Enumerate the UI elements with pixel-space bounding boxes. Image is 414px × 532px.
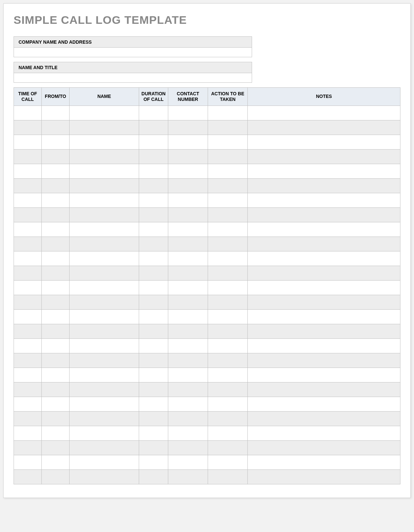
table-cell[interactable] bbox=[208, 382, 248, 397]
table-cell[interactable] bbox=[70, 178, 139, 193]
table-cell[interactable] bbox=[70, 338, 139, 353]
table-cell[interactable] bbox=[139, 207, 168, 222]
table-cell[interactable] bbox=[14, 164, 42, 178]
table-cell[interactable] bbox=[208, 135, 248, 149]
table-cell[interactable] bbox=[208, 237, 248, 251]
table-cell[interactable] bbox=[168, 207, 208, 222]
name-value[interactable] bbox=[14, 73, 252, 82]
table-cell[interactable] bbox=[139, 440, 168, 455]
table-cell[interactable] bbox=[139, 455, 168, 469]
table-cell[interactable] bbox=[42, 178, 70, 193]
table-cell[interactable] bbox=[168, 237, 208, 251]
table-cell[interactable] bbox=[208, 440, 248, 455]
table-cell[interactable] bbox=[70, 266, 139, 280]
table-cell[interactable] bbox=[42, 382, 70, 397]
table-cell[interactable] bbox=[168, 193, 208, 207]
table-cell[interactable] bbox=[168, 397, 208, 411]
table-cell[interactable] bbox=[14, 149, 42, 164]
table-cell[interactable] bbox=[70, 135, 139, 149]
table-cell[interactable] bbox=[14, 324, 42, 338]
table-cell[interactable] bbox=[42, 106, 70, 120]
table-cell[interactable] bbox=[70, 222, 139, 237]
table-cell[interactable] bbox=[70, 368, 139, 382]
table-cell[interactable] bbox=[208, 120, 248, 135]
table-cell[interactable] bbox=[14, 309, 42, 324]
table-cell[interactable] bbox=[168, 149, 208, 164]
table-cell[interactable] bbox=[168, 222, 208, 237]
table-cell[interactable] bbox=[42, 353, 70, 368]
table-cell[interactable] bbox=[248, 135, 400, 149]
table-cell[interactable] bbox=[208, 368, 248, 382]
table-cell[interactable] bbox=[208, 222, 248, 237]
table-cell[interactable] bbox=[168, 338, 208, 353]
table-cell[interactable] bbox=[208, 266, 248, 280]
table-cell[interactable] bbox=[70, 149, 139, 164]
table-cell[interactable] bbox=[70, 237, 139, 251]
table-cell[interactable] bbox=[248, 120, 400, 135]
table-cell[interactable] bbox=[70, 295, 139, 309]
table-cell[interactable] bbox=[70, 353, 139, 368]
table-cell[interactable] bbox=[139, 368, 168, 382]
table-cell[interactable] bbox=[208, 280, 248, 295]
table-cell[interactable] bbox=[42, 120, 70, 135]
table-cell[interactable] bbox=[248, 338, 400, 353]
table-cell[interactable] bbox=[248, 455, 400, 469]
table-cell[interactable] bbox=[14, 397, 42, 411]
table-cell[interactable] bbox=[70, 455, 139, 469]
table-cell[interactable] bbox=[139, 193, 168, 207]
table-cell[interactable] bbox=[168, 309, 208, 324]
table-cell[interactable] bbox=[139, 251, 168, 266]
table-cell[interactable] bbox=[14, 178, 42, 193]
table-cell[interactable] bbox=[248, 397, 400, 411]
table-cell[interactable] bbox=[70, 469, 139, 484]
table-cell[interactable] bbox=[14, 237, 42, 251]
table-cell[interactable] bbox=[168, 106, 208, 120]
table-cell[interactable] bbox=[248, 426, 400, 440]
table-cell[interactable] bbox=[248, 178, 400, 193]
table-cell[interactable] bbox=[42, 295, 70, 309]
table-cell[interactable] bbox=[208, 411, 248, 426]
table-cell[interactable] bbox=[42, 193, 70, 207]
table-cell[interactable] bbox=[248, 353, 400, 368]
table-cell[interactable] bbox=[42, 164, 70, 178]
table-cell[interactable] bbox=[139, 120, 168, 135]
table-cell[interactable] bbox=[70, 251, 139, 266]
table-cell[interactable] bbox=[14, 368, 42, 382]
table-cell[interactable] bbox=[248, 251, 400, 266]
table-cell[interactable] bbox=[139, 353, 168, 368]
table-cell[interactable] bbox=[248, 280, 400, 295]
table-cell[interactable] bbox=[139, 266, 168, 280]
table-cell[interactable] bbox=[248, 368, 400, 382]
table-cell[interactable] bbox=[42, 411, 70, 426]
table-cell[interactable] bbox=[14, 411, 42, 426]
table-cell[interactable] bbox=[208, 106, 248, 120]
table-cell[interactable] bbox=[139, 382, 168, 397]
table-cell[interactable] bbox=[14, 353, 42, 368]
table-cell[interactable] bbox=[42, 149, 70, 164]
table-cell[interactable] bbox=[208, 353, 248, 368]
table-cell[interactable] bbox=[208, 338, 248, 353]
table-cell[interactable] bbox=[42, 324, 70, 338]
table-cell[interactable] bbox=[14, 135, 42, 149]
table-cell[interactable] bbox=[208, 309, 248, 324]
table-cell[interactable] bbox=[139, 295, 168, 309]
table-cell[interactable] bbox=[42, 266, 70, 280]
table-cell[interactable] bbox=[248, 237, 400, 251]
table-cell[interactable] bbox=[14, 193, 42, 207]
table-cell[interactable] bbox=[42, 469, 70, 484]
table-cell[interactable] bbox=[42, 280, 70, 295]
table-cell[interactable] bbox=[248, 295, 400, 309]
table-cell[interactable] bbox=[42, 251, 70, 266]
table-cell[interactable] bbox=[208, 324, 248, 338]
table-cell[interactable] bbox=[208, 251, 248, 266]
table-cell[interactable] bbox=[168, 266, 208, 280]
table-cell[interactable] bbox=[248, 382, 400, 397]
table-cell[interactable] bbox=[168, 251, 208, 266]
table-cell[interactable] bbox=[70, 324, 139, 338]
table-cell[interactable] bbox=[208, 207, 248, 222]
table-cell[interactable] bbox=[168, 368, 208, 382]
table-cell[interactable] bbox=[208, 397, 248, 411]
table-cell[interactable] bbox=[70, 440, 139, 455]
table-cell[interactable] bbox=[70, 411, 139, 426]
table-cell[interactable] bbox=[139, 397, 168, 411]
